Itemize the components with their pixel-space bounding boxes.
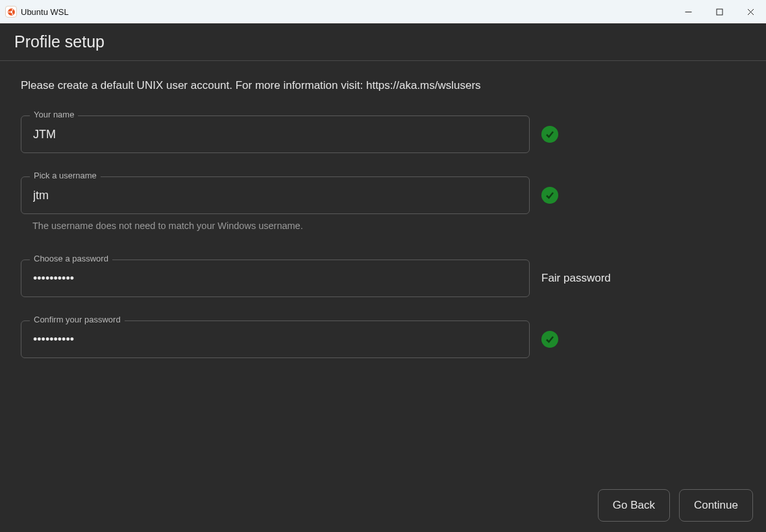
- checkmark-icon: [541, 187, 558, 204]
- name-label: Your name: [30, 110, 78, 119]
- titlebar-left: Ubuntu WSL: [5, 6, 69, 18]
- field-wrap-username: Pick a username: [21, 176, 530, 214]
- continue-button[interactable]: Continue: [679, 489, 753, 522]
- app-icon: [5, 6, 17, 18]
- field-row-name: Your name: [21, 115, 745, 153]
- name-input[interactable]: [21, 115, 530, 153]
- page-header: Profile setup: [0, 23, 766, 61]
- form-area: Please create a default UNIX user accoun…: [0, 61, 766, 532]
- svg-point-1: [10, 10, 12, 12]
- field-wrap-password: Choose a password: [21, 260, 530, 297]
- intro-text: Please create a default UNIX user accoun…: [21, 79, 745, 92]
- svg-point-2: [8, 11, 9, 12]
- field-wrap-confirm: Confirm your password: [21, 320, 530, 358]
- go-back-button[interactable]: Go Back: [598, 489, 670, 522]
- minimize-button[interactable]: [673, 0, 704, 23]
- content: Profile setup Please create a default UN…: [0, 23, 766, 532]
- username-helper: The username does not need to match your…: [21, 221, 745, 231]
- footer: Go Back Continue: [598, 489, 753, 522]
- svg-point-4: [12, 13, 13, 14]
- window-title: Ubuntu WSL: [21, 7, 69, 17]
- field-wrap-name: Your name: [21, 115, 530, 153]
- confirm-label: Confirm your password: [30, 315, 125, 324]
- svg-rect-6: [717, 9, 723, 15]
- username-label: Pick a username: [30, 171, 101, 180]
- field-row-password: Choose a password Fair password: [21, 260, 745, 297]
- close-button[interactable]: [735, 0, 766, 23]
- username-input[interactable]: [21, 176, 530, 214]
- svg-point-3: [12, 9, 13, 10]
- field-row-confirm: Confirm your password: [21, 320, 745, 358]
- window-controls: [673, 0, 766, 23]
- checkmark-icon: [541, 126, 558, 143]
- password-strength-text: Fair password: [541, 272, 611, 285]
- password-label: Choose a password: [30, 254, 112, 263]
- titlebar: Ubuntu WSL: [0, 0, 766, 23]
- confirm-input[interactable]: [21, 320, 530, 358]
- field-row-username: Pick a username: [21, 176, 745, 214]
- password-input[interactable]: [21, 260, 530, 297]
- page-title: Profile setup: [14, 32, 105, 51]
- maximize-button[interactable]: [704, 0, 735, 23]
- checkmark-icon: [541, 331, 558, 348]
